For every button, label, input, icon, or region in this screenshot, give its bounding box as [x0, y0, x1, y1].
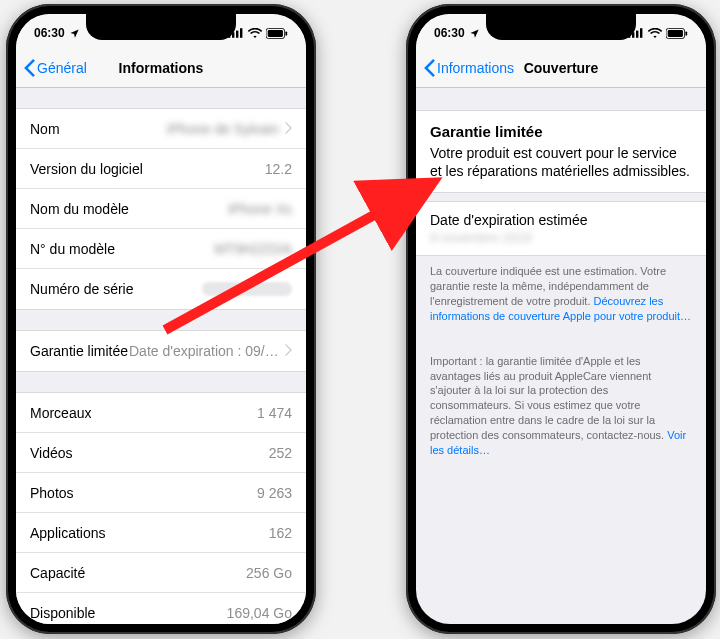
chevron-right-icon [285, 121, 292, 137]
row-apps: Applications 162 [16, 513, 306, 553]
row-name[interactable]: Nom iPhone de Sylvain [16, 109, 306, 149]
row-label: Capacité [30, 565, 85, 581]
row-model-number: N° du modèle MT9H2ZD/A [16, 229, 306, 269]
coverage-header: Garantie limitée Votre produit est couve… [416, 110, 706, 193]
status-time: 06:30 [434, 26, 465, 40]
expiration-label: Date d'expiration estimée [430, 212, 692, 228]
row-label: Nom du modèle [30, 201, 129, 217]
row-warranty[interactable]: Garantie limitée Date d'expiration : 09/… [16, 331, 306, 371]
battery-icon [266, 28, 288, 39]
row-label: Applications [30, 525, 106, 541]
row-label: Photos [30, 485, 74, 501]
location-arrow-icon [469, 28, 480, 39]
footer-note-2: Important : la garantie limitée d'Apple … [416, 346, 706, 458]
row-label: Disponible [30, 605, 95, 621]
coverage-title: Garantie limitée [430, 123, 692, 140]
row-label: Morceaux [30, 405, 91, 421]
row-serial: Numéro de série [16, 269, 306, 309]
notch [486, 14, 636, 40]
row-value: 12.2 [265, 161, 292, 177]
row-songs: Morceaux 1 474 [16, 393, 306, 433]
info-group-warranty: Garantie limitée Date d'expiration : 09/… [16, 330, 306, 372]
chevron-left-icon [24, 59, 35, 77]
row-value: 1 474 [257, 405, 292, 421]
wifi-icon [648, 28, 662, 38]
row-value: iPhone de Sylvain [167, 121, 279, 137]
note-text: Important : la garantie limitée d'Apple … [430, 355, 667, 441]
row-value: 256 Go [246, 565, 292, 581]
navbar: Informations Couverture [416, 48, 706, 88]
chevron-left-icon [424, 59, 435, 77]
wifi-icon [248, 28, 262, 38]
expiration-row: Date d'expiration estimée 9 novembre 201… [416, 201, 706, 256]
svg-rect-6 [285, 31, 287, 35]
row-available: Disponible 169,04 Go [16, 593, 306, 624]
battery-icon [666, 28, 688, 39]
back-button[interactable]: Informations [424, 59, 514, 77]
row-value: 162 [269, 525, 292, 541]
row-value: iPhone Xs [228, 201, 292, 217]
status-time: 06:30 [34, 26, 65, 40]
row-value-redacted [202, 282, 292, 296]
row-label: Version du logiciel [30, 161, 143, 177]
svg-rect-10 [640, 28, 642, 38]
svg-rect-12 [668, 30, 683, 37]
row-value: 169,04 Go [227, 605, 292, 621]
chevron-right-icon [285, 343, 292, 359]
row-label: N° du modèle [30, 241, 115, 257]
location-arrow-icon [69, 28, 80, 39]
row-photos: Photos 9 263 [16, 473, 306, 513]
row-videos: Vidéos 252 [16, 433, 306, 473]
back-label: Informations [437, 60, 514, 76]
svg-rect-5 [268, 30, 283, 37]
navbar: Général Informations [16, 48, 306, 88]
phone-right: 06:30 [406, 4, 716, 634]
coverage-body: Votre produit est couvert pour le servic… [430, 144, 692, 180]
screen: 06:30 [16, 14, 306, 624]
notch [86, 14, 236, 40]
back-button[interactable]: Général [24, 59, 87, 77]
expiration-value: 9 novembre 2019 [430, 230, 692, 245]
row-value: Date d'expiration : 09/1… [129, 343, 279, 359]
row-value: 252 [269, 445, 292, 461]
back-label: Général [37, 60, 87, 76]
screen: 06:30 [416, 14, 706, 624]
row-label: Nom [30, 121, 60, 137]
row-model-name: Nom du modèle iPhone Xs [16, 189, 306, 229]
row-value: 9 263 [257, 485, 292, 501]
svg-rect-3 [240, 28, 242, 38]
row-label: Vidéos [30, 445, 73, 461]
content: Garantie limitée Votre produit est couve… [416, 88, 706, 624]
row-label: Garantie limitée [30, 343, 128, 359]
row-software-version: Version du logiciel 12.2 [16, 149, 306, 189]
row-capacity: Capacité 256 Go [16, 553, 306, 593]
footer-note-1: La couverture indiquée est une estimatio… [416, 256, 706, 323]
row-value: MT9H2ZD/A [214, 241, 292, 257]
content: Nom iPhone de Sylvain Version du logicie… [16, 88, 306, 624]
svg-rect-13 [685, 31, 687, 35]
row-label: Numéro de série [30, 281, 134, 297]
svg-rect-2 [236, 31, 238, 38]
info-group-1: Nom iPhone de Sylvain Version du logicie… [16, 108, 306, 310]
svg-rect-9 [636, 31, 638, 38]
info-group-media: Morceaux 1 474 Vidéos 252 Photos 9 263 A… [16, 392, 306, 624]
phone-left: 06:30 [6, 4, 316, 634]
